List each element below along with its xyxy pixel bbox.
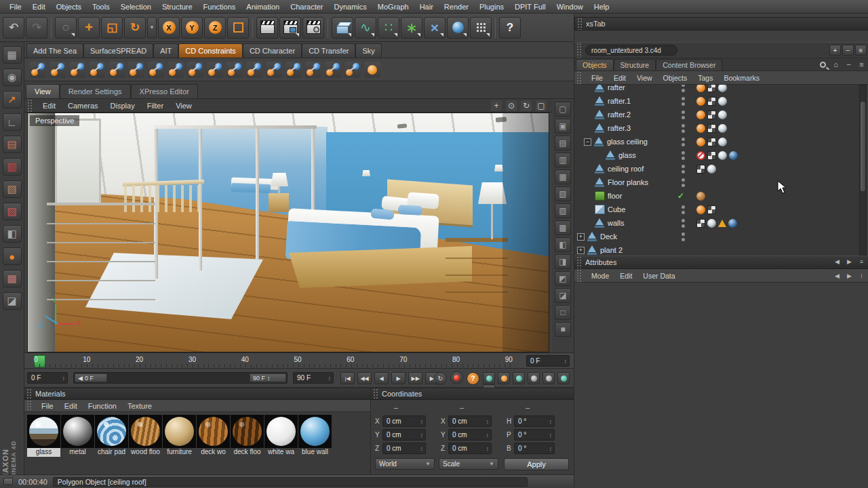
tree-row-deck[interactable]: + Deck [574,230,859,243]
tree-row-rafter2[interactable]: rafter.2 [574,108,859,121]
record-button[interactable] [450,371,463,384]
visibility-dots[interactable] [682,178,685,187]
wheel-palette-icon[interactable]: ◉ [3,68,22,86]
record-scale-button[interactable] [498,372,510,384]
scene-file-select[interactable]: room_untextured 3.c4d [585,45,677,56]
render-picture-viewer-button[interactable] [279,17,301,39]
visibility-dots[interactable] [682,138,685,146]
attr-menu-mode[interactable]: Mode [587,271,614,281]
tree-row-walls[interactable]: walls [574,216,859,230]
tree-row-rafter[interactable]: rafter [574,85,859,94]
viewport-tool-3[interactable]: ▤ [555,136,571,150]
constraint-icon-12[interactable] [246,62,262,78]
viewport-tool-4[interactable]: ▥ [555,152,571,167]
materials-header[interactable]: Materials [24,388,370,400]
material-wood-floor[interactable]: wood floo [129,415,162,457]
drag-grip[interactable] [26,400,33,411]
constraint-icon-5[interactable] [108,62,125,78]
menu-animation[interactable]: Animation [241,1,285,12]
compositing-tag-icon[interactable] [729,151,738,160]
environment-button[interactable] [447,17,469,39]
tree-row-floor-planks[interactable]: Floor planks [574,176,859,189]
spline-pen-button[interactable]: ∿ [355,17,376,39]
rotation-h-field[interactable]: 0 °↕ [514,415,555,427]
tab-surfacespread[interactable]: SurfaceSPREAD [83,43,153,58]
menu-character[interactable]: Character [285,1,328,12]
viewport-tool-8[interactable]: ▩ [555,220,571,235]
smoothing-tag-icon[interactable] [718,151,727,160]
material-chair-pad[interactable]: chair pad [95,415,128,457]
coordinate-mode-select[interactable]: World▼ [375,458,435,470]
texture-tag-icon[interactable] [696,165,705,174]
menu-functions[interactable]: Functions [198,1,241,12]
constraint-clock-icon[interactable] [364,62,380,78]
live-selection-button[interactable]: ◌ [55,17,77,39]
camera-label[interactable]: Perspective [30,115,79,126]
viewport-menu-filter[interactable]: Filter [142,100,169,111]
tree-row-glass-ceiling[interactable]: − glass ceiling [574,135,859,148]
texture-tag-icon[interactable] [707,138,716,146]
om-menu-bookmarks[interactable]: Bookmarks [719,73,764,83]
drag-grip[interactable] [576,256,583,268]
drag-grip[interactable] [576,269,583,282]
goto-start-button[interactable]: |◀ [340,372,355,384]
smoothing-tag-icon[interactable] [718,124,727,133]
menu-structure[interactable]: Structure [157,1,198,12]
constraint-icon-13[interactable] [266,62,282,78]
material-blue-wall[interactable]: blue wall [298,415,332,457]
attr-menu-edit[interactable]: Edit [615,271,637,281]
record-parameter-button[interactable] [528,372,540,384]
phong-tag-icon[interactable] [696,124,705,133]
visibility-dots[interactable] [682,124,685,133]
play-button[interactable]: ▶ [391,372,406,384]
drag-grip[interactable] [27,99,33,112]
tab-sky[interactable]: Sky [355,43,381,58]
next-key-button[interactable]: ▶▶ [408,372,422,384]
tab-content-browser[interactable]: Content Browser [656,59,722,70]
viewport-tool-5[interactable]: ▦ [555,169,571,184]
history-forward-icon[interactable]: ▶ [845,258,854,265]
smoothing-tag-icon[interactable] [718,97,727,106]
visibility-dots[interactable] [682,219,685,228]
redo-button[interactable]: ↷ [26,17,47,39]
lock-y-axis-button[interactable]: Y [181,17,203,39]
menu-selection[interactable]: Selection [115,1,157,12]
tab-view[interactable]: View [26,84,60,98]
array-palette-icon[interactable]: ▦ [3,46,22,64]
phong-tag-icon[interactable] [696,205,705,214]
grid-palette-icon[interactable]: ▤ [3,136,22,153]
menu-edit[interactable]: Edit [27,1,51,12]
menu-plugins[interactable]: Plugins [474,1,509,12]
history-back-icon[interactable]: ◀ [833,258,842,265]
autokey-button[interactable]: ? [467,372,479,385]
menu-window[interactable]: Window [551,1,589,12]
maximize-view-icon[interactable]: ▢ [536,100,547,111]
tree-row-floor[interactable]: floor ✓ [574,189,859,203]
constraint-icon-2[interactable] [50,62,66,78]
search-icon[interactable] [818,60,828,69]
menu-tools[interactable]: Tools [87,1,115,12]
visibility-dots[interactable] [682,232,685,241]
drag-grip[interactable] [577,18,583,30]
tab-objects[interactable]: Objects [576,59,614,70]
viewport-tool-9[interactable]: ◧ [555,237,571,252]
range-start-handle[interactable]: ◀0 F [75,373,107,382]
viewport-menu-view[interactable]: View [170,100,197,111]
tree-row-ceiling-roof[interactable]: ceiling roof [574,162,859,176]
materials-menu-function[interactable]: Function [83,401,121,411]
smoothing-tag-icon[interactable] [707,165,716,174]
material-deck-wood[interactable]: deck wo [197,415,230,457]
size-y-field[interactable]: 0 cm↕ [448,429,492,441]
record-rotation-button[interactable] [513,372,525,384]
rotation-b-field[interactable]: 0 °↕ [514,443,555,454]
size-x-field[interactable]: 0 cm↕ [448,415,492,427]
tab-cd-transfer[interactable]: CD Transfer [302,43,355,58]
rotate-view-icon[interactable]: ↻ [521,100,532,111]
attributes-header[interactable]: Attributes ◀ ▶ ≡ [574,256,868,269]
stack-palette-icon[interactable]: ▧ [3,180,22,198]
deformer-button[interactable]: × [424,17,446,39]
menu-render[interactable]: Render [439,1,474,12]
rotate-tool-button[interactable]: ↻ [124,17,146,39]
half-palette-icon[interactable]: ◧ [3,225,22,243]
tool-history-dropdown[interactable]: ▼ [147,17,157,39]
